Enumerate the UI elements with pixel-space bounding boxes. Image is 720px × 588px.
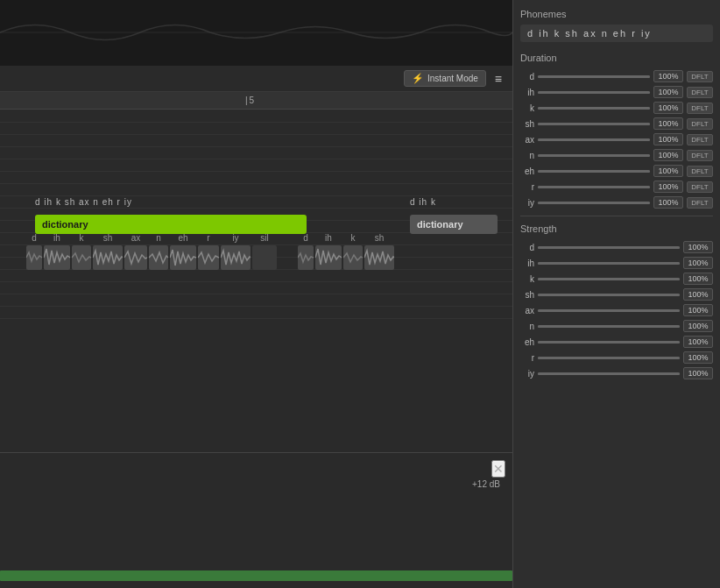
note1-word: dictionary [42, 219, 88, 230]
bottom-waveform-bar [0, 570, 512, 581]
ph-k-wave [72, 245, 91, 270]
ph-sh-wave [93, 245, 123, 270]
duration-label-k: k [520, 103, 534, 113]
duration-label-r: r [520, 182, 534, 192]
duration-slider-ax[interactable] [538, 138, 650, 141]
grid-line [0, 281, 512, 282]
duration-slider-ih[interactable] [538, 91, 650, 94]
duration-label-ih: ih [520, 88, 534, 97]
ph-sh-label: sh [103, 233, 113, 243]
duration-dflt-r[interactable]: DFLT [687, 181, 713, 193]
duration-slider-sh[interactable] [538, 123, 650, 125]
strength-slider-fill-r [538, 357, 680, 359]
duration-dflt-d[interactable]: DFLT [687, 71, 713, 82]
duration-dflt-iy[interactable]: DFLT [687, 197, 713, 209]
strength-rows: d 100% ih 100% k 100% sh 100% ax [520, 241, 713, 379]
strength-slider-d[interactable] [538, 246, 680, 249]
bottom-section: ✕ +12 dB [0, 452, 512, 588]
ph-ax-label: ax [131, 233, 141, 243]
duration-slider-iy[interactable] [538, 202, 650, 204]
duration-dflt-sh[interactable]: DFLT [687, 118, 713, 130]
duration-value-d: 100% [653, 70, 683, 82]
duration-slider-k[interactable] [538, 107, 650, 110]
duration-slider-fill-r [538, 186, 650, 188]
ph-iy-wave [221, 245, 251, 270]
phonemes-display: d ih k sh ax n eh r iy [520, 25, 713, 42]
duration-row-ih: ih 100% DFLT [520, 86, 713, 98]
db-label: +12 dB [472, 479, 500, 489]
strength-slider-fill-eh [538, 341, 680, 344]
strength-slider-iy[interactable] [538, 372, 680, 375]
grid-line [0, 171, 512, 172]
grid-line [0, 208, 512, 209]
ph-k2: k [343, 245, 363, 270]
strength-slider-fill-ax [538, 309, 680, 312]
duration-dflt-eh[interactable]: DFLT [687, 166, 713, 177]
timeline-marker: 5 [245, 92, 254, 109]
close-button[interactable]: ✕ [491, 460, 505, 478]
right-panel: Phonemes d ih k sh ax n eh r iy Duration… [512, 0, 720, 588]
strength-value-ax: 100% [683, 304, 713, 316]
ph-eh-wave [170, 245, 196, 270]
ph-sh2-label: sh [375, 233, 385, 243]
strength-slider-eh[interactable] [538, 341, 680, 344]
duration-slider-fill-iy [538, 202, 650, 204]
strength-value-ih: 100% [683, 257, 713, 269]
strength-row-r: r 100% [520, 351, 713, 364]
strength-slider-ax[interactable] [538, 309, 680, 312]
strength-slider-fill-iy [538, 372, 680, 375]
strength-row-ih: ih 100% [520, 257, 713, 269]
strength-slider-r[interactable] [538, 357, 680, 359]
ph-d2: d [298, 245, 314, 270]
strength-section-title: Strength [520, 223, 713, 234]
strength-slider-ih[interactable] [538, 262, 680, 265]
duration-dflt-k[interactable]: DFLT [687, 103, 713, 114]
ph-ax: ax [124, 245, 147, 270]
strength-value-r: 100% [683, 351, 713, 364]
grid-line [0, 183, 512, 184]
grid-line [0, 195, 512, 196]
instant-mode-button[interactable]: ⚡ Instant Mode [404, 70, 486, 87]
duration-dflt-ax[interactable]: DFLT [687, 134, 713, 145]
strength-label-ax: ax [520, 306, 534, 315]
ph-ih2-wave [315, 245, 342, 270]
duration-slider-d[interactable] [538, 75, 650, 78]
grid-line [0, 159, 512, 159]
strength-slider-n[interactable] [538, 325, 680, 328]
note2-word-block[interactable]: dictionary [410, 215, 498, 234]
ph-n-wave [149, 245, 168, 270]
grid-line [0, 134, 512, 135]
duration-value-ax: 100% [653, 133, 683, 145]
menu-icon: ≡ [495, 72, 502, 86]
strength-slider-k[interactable] [538, 278, 680, 280]
duration-dflt-ih[interactable]: DFLT [687, 87, 713, 98]
strength-slider-fill-sh [538, 294, 680, 296]
duration-label-eh: eh [520, 166, 534, 176]
note1-word-block[interactable]: dictionary [35, 215, 307, 234]
note2-word: dictionary [417, 219, 463, 230]
ph-k-label: k [80, 233, 84, 243]
ph-sil-label: sil [260, 233, 268, 243]
duration-row-sh: sh 100% DFLT [520, 117, 713, 130]
duration-value-r: 100% [653, 181, 683, 193]
duration-slider-n[interactable] [538, 154, 650, 157]
ph-r-wave [198, 245, 219, 270]
timeline: 5 [0, 92, 512, 110]
strength-row-eh: eh 100% [520, 336, 713, 348]
menu-button[interactable]: ≡ [491, 70, 505, 88]
strength-label-d: d [520, 243, 534, 252]
duration-value-k: 100% [653, 102, 683, 114]
strength-value-iy: 100% [683, 367, 713, 379]
duration-slider-eh[interactable] [538, 170, 650, 173]
strength-slider-fill-d [538, 246, 680, 249]
strength-row-n: n 100% [520, 320, 713, 332]
ph-d-wave [26, 245, 42, 270]
ph-d2-label: d [303, 233, 308, 243]
strength-row-k: k 100% [520, 273, 713, 285]
duration-slider-fill-eh [538, 170, 650, 173]
duration-slider-r[interactable] [538, 186, 650, 188]
ph-k2-label: k [351, 233, 356, 243]
duration-row-eh: eh 100% DFLT [520, 165, 713, 177]
duration-dflt-n[interactable]: DFLT [687, 150, 713, 161]
strength-slider-sh[interactable] [538, 294, 680, 296]
